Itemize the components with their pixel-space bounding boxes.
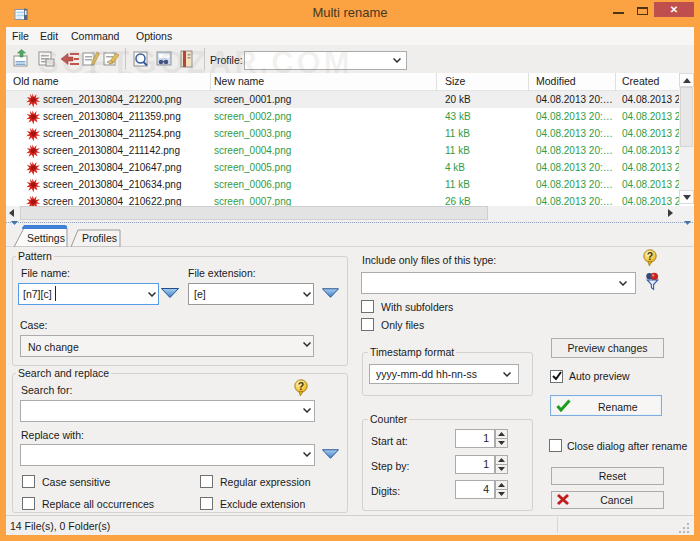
svg-text:?: ? [647, 250, 653, 262]
svg-text:?: ? [298, 380, 304, 392]
